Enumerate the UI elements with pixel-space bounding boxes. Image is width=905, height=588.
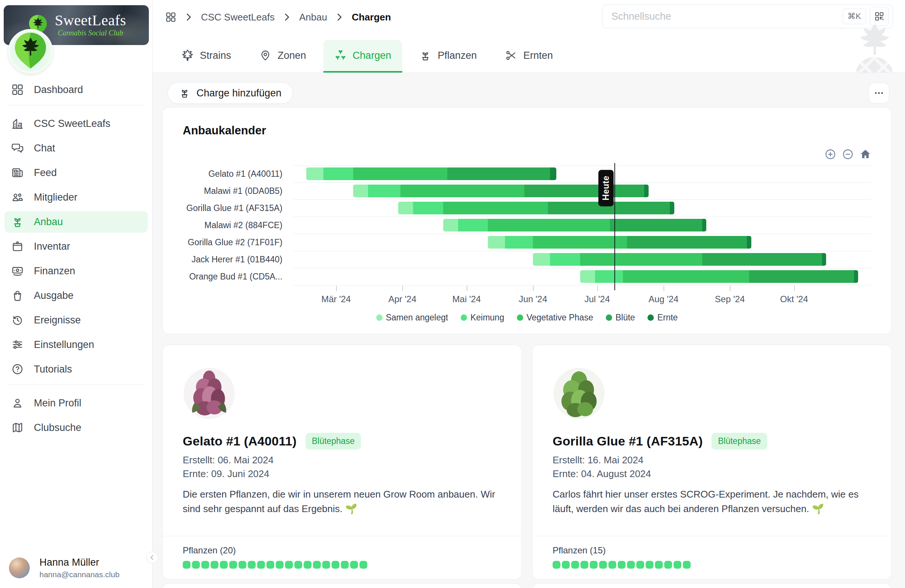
gantt-bar-orange-bud-1-cd5a[interactable] bbox=[580, 270, 859, 283]
batch-card-partial[interactable] bbox=[532, 583, 892, 588]
sprouts-icon bbox=[335, 49, 346, 61]
gantt-bar-gelato-1-a40011[interactable] bbox=[306, 167, 557, 180]
plant-dot[interactable] bbox=[562, 561, 570, 569]
sidebar-item-clubsuche[interactable]: Clubsuche bbox=[5, 417, 148, 439]
batch-card-gelato-1-a40011[interactable]: Gelato #1 (A40011)BlütephaseErstellt: 06… bbox=[162, 345, 522, 579]
axis-tick bbox=[794, 286, 795, 291]
plant-dot[interactable] bbox=[267, 561, 274, 569]
sidebar-item-csc-sweetleafs[interactable]: CSC SweetLeafs bbox=[5, 113, 148, 134]
plant-dot[interactable] bbox=[627, 561, 635, 569]
zoom-in-button[interactable] bbox=[825, 148, 836, 160]
plant-dot[interactable] bbox=[664, 561, 672, 569]
plant-dot[interactable] bbox=[248, 561, 256, 569]
sidebar-item-dashboard[interactable]: Dashboard bbox=[5, 79, 148, 100]
sidebar-item-ereignisse[interactable]: Ereignisse bbox=[5, 309, 148, 331]
plant-dot[interactable] bbox=[313, 561, 321, 569]
grow-calendar-panel: Anbaukalender Gelato #1 (A40011)Malawi #… bbox=[162, 107, 892, 334]
sidebar-item-mein-profil[interactable]: Mein Profil bbox=[5, 392, 148, 414]
plant-dot[interactable] bbox=[238, 561, 246, 569]
sidebar-item-ausgabe[interactable]: Ausgabe bbox=[5, 285, 148, 306]
plant-dot[interactable] bbox=[285, 561, 293, 569]
sidebar-item-label: Feed bbox=[34, 167, 57, 179]
gantt-chart: Gelato #1 (A40011)Malawi #1 (0DA0B5)Gori… bbox=[183, 165, 871, 285]
sidebar-item-mitglieder[interactable]: Mitglieder bbox=[5, 186, 148, 208]
batch-card-gorilla-glue-1-af315a[interactable]: Gorilla Glue #1 (AF315A)BlütephaseErstel… bbox=[532, 345, 892, 579]
tab-pflanzen[interactable]: Pflanzen bbox=[408, 40, 488, 73]
apps-grid-icon[interactable] bbox=[165, 11, 176, 23]
plant-dot[interactable] bbox=[581, 561, 588, 569]
gantt-bar-malawi-2-884fce[interactable] bbox=[443, 219, 706, 232]
plant-dots bbox=[183, 561, 501, 569]
reset-view-button[interactable] bbox=[860, 148, 871, 160]
plant-dot[interactable] bbox=[332, 561, 339, 569]
sidebar-item-chat[interactable]: Chat bbox=[5, 137, 148, 159]
add-batch-button[interactable]: Charge hinzufügen bbox=[167, 82, 293, 104]
sidebar-item-tutorials[interactable]: Tutorials bbox=[5, 358, 148, 380]
plant-dot[interactable] bbox=[257, 561, 265, 569]
sidebar-user[interactable]: Hanna Müller hanna@cannanas.club bbox=[9, 557, 119, 579]
tab-strains[interactable]: Strains bbox=[170, 40, 242, 73]
club-avatar[interactable] bbox=[8, 29, 53, 74]
plant-dot[interactable] bbox=[608, 561, 616, 569]
phase-segment-bluete bbox=[447, 167, 550, 180]
tab-zonen[interactable]: Zonen bbox=[248, 40, 318, 73]
plant-dot[interactable] bbox=[229, 561, 237, 569]
app-window: SweetLeafs Cannabis Social Club Dashboar… bbox=[0, 0, 905, 588]
breadcrumb-item-anbau[interactable]: Anbau bbox=[299, 11, 327, 23]
plant-dot[interactable] bbox=[636, 561, 644, 569]
gantt-bar-gorilla-glue-2-71f01f[interactable] bbox=[488, 236, 751, 249]
search-input[interactable] bbox=[611, 11, 843, 22]
plant-dot[interactable] bbox=[304, 561, 311, 569]
sidebar-collapse-button[interactable] bbox=[146, 551, 158, 563]
toolbar: Charge hinzufügen bbox=[167, 83, 889, 103]
gantt-gridline bbox=[293, 165, 871, 165]
plant-dot[interactable] bbox=[673, 561, 681, 569]
plant-dot[interactable] bbox=[192, 561, 200, 569]
finance-icon bbox=[11, 265, 24, 277]
sidebar-item-label: Chat bbox=[34, 143, 55, 154]
breadcrumb-item-chargen[interactable]: Chargen bbox=[352, 11, 391, 23]
gantt-bar-gorilla-glue-1-af315a[interactable] bbox=[398, 202, 674, 215]
sidebar-item-einstellungen[interactable]: Einstellungen bbox=[5, 334, 148, 355]
tab-ernten[interactable]: Ernten bbox=[494, 40, 564, 73]
plant-dot[interactable] bbox=[590, 561, 598, 569]
gantt-gridline bbox=[293, 199, 871, 200]
plant-dot[interactable] bbox=[201, 561, 209, 569]
zoom-out-button[interactable] bbox=[842, 148, 854, 160]
legend-item-bluete: Blüte bbox=[606, 313, 635, 323]
plant-dot[interactable] bbox=[294, 561, 302, 569]
more-options-button[interactable] bbox=[868, 83, 889, 103]
plant-dot[interactable] bbox=[618, 561, 626, 569]
breadcrumb-item-csc-sweetleafs[interactable]: CSC SweetLeafs bbox=[201, 11, 275, 23]
plant-dot[interactable] bbox=[276, 561, 284, 569]
plant-dot[interactable] bbox=[359, 561, 367, 569]
plant-dot[interactable] bbox=[350, 561, 358, 569]
axis-tick-label: Apr '24 bbox=[389, 294, 416, 304]
tab-chargen[interactable]: Chargen bbox=[323, 40, 403, 73]
batch-title: Gelato #1 (A40011) bbox=[183, 434, 297, 448]
plant-dot[interactable] bbox=[211, 561, 218, 569]
sidebar-item-anbau[interactable]: Anbau bbox=[5, 211, 148, 233]
plant-dot[interactable] bbox=[683, 561, 691, 569]
plant-dot[interactable] bbox=[655, 561, 663, 569]
plant-dot[interactable] bbox=[599, 561, 607, 569]
plant-dot[interactable] bbox=[322, 561, 330, 569]
sidebar-item-finanzen[interactable]: Finanzen bbox=[5, 260, 148, 282]
plant-dot[interactable] bbox=[646, 561, 653, 569]
phase-segment-vegetative bbox=[353, 167, 447, 180]
plant-dot[interactable] bbox=[553, 561, 560, 569]
axis-tick-label: Sep '24 bbox=[715, 294, 745, 304]
plant-dot[interactable] bbox=[571, 561, 579, 569]
sidebar-item-label: Clubsuche bbox=[34, 422, 81, 434]
phase-segment-keimung bbox=[550, 253, 580, 266]
gantt-bar-jack-herer-1-01b440[interactable] bbox=[533, 253, 826, 266]
sidebar-item-inventar[interactable]: Inventar bbox=[5, 235, 148, 257]
plant-dot[interactable] bbox=[341, 561, 349, 569]
plant-dot[interactable] bbox=[183, 561, 191, 569]
add-batch-label: Charge hinzufügen bbox=[197, 87, 281, 99]
sidebar-item-feed[interactable]: Feed bbox=[5, 162, 148, 183]
gantt-gridline bbox=[293, 216, 871, 217]
batch-card-partial[interactable] bbox=[162, 583, 522, 588]
axis-tick-label: Aug '24 bbox=[649, 294, 679, 304]
plant-dot[interactable] bbox=[220, 561, 228, 569]
